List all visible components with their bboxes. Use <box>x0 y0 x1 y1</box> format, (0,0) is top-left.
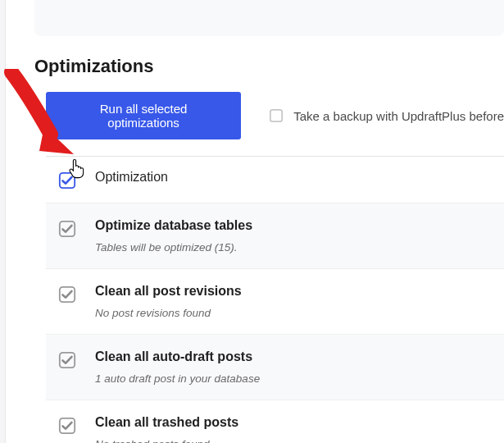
table-row: Clean all trashed posts No trashed posts… <box>46 400 504 443</box>
svg-rect-0 <box>270 110 282 121</box>
section-title: Optimizations <box>34 56 504 77</box>
top-card-placeholder <box>34 0 504 36</box>
optimizations-table: Optimization Optimize database tables Ta… <box>46 156 504 443</box>
toolbar: Run all selected optimizations Take a ba… <box>46 92 504 139</box>
row-subtitle: No trashed posts found <box>95 438 504 443</box>
select-all-cell <box>57 170 77 190</box>
content-area: Optimizations Run all selected optimizat… <box>5 0 504 443</box>
header-col-label: Optimization <box>95 170 504 185</box>
backup-option[interactable]: Take a backup with UpdraftPlus before <box>269 108 504 123</box>
row-checkbox[interactable] <box>58 417 76 435</box>
row-title: Optimize database tables <box>95 218 504 233</box>
table-header-row: Optimization <box>46 157 504 203</box>
select-all-checkbox[interactable] <box>58 171 76 190</box>
table-row: Optimize database tables Tables will be … <box>46 203 504 269</box>
row-checkbox[interactable] <box>58 351 76 369</box>
row-title: Clean all trashed posts <box>95 415 504 430</box>
backup-label: Take a backup with UpdraftPlus before <box>293 109 504 123</box>
row-subtitle: 1 auto draft post in your database <box>95 372 504 385</box>
row-subtitle: No post revisions found <box>95 307 504 319</box>
run-all-button[interactable]: Run all selected optimizations <box>46 92 241 139</box>
backup-checkbox[interactable] <box>269 108 284 123</box>
row-checkbox[interactable] <box>58 220 76 238</box>
row-checkbox[interactable] <box>58 285 76 304</box>
table-row: Clean all post revisions No post revisio… <box>46 269 504 335</box>
row-title: Clean all post revisions <box>95 284 504 299</box>
row-subtitle: Tables will be optimized (15). <box>95 241 504 253</box>
table-row: Clean all auto-draft posts 1 auto draft … <box>46 335 504 400</box>
row-title: Clean all auto-draft posts <box>95 349 504 364</box>
